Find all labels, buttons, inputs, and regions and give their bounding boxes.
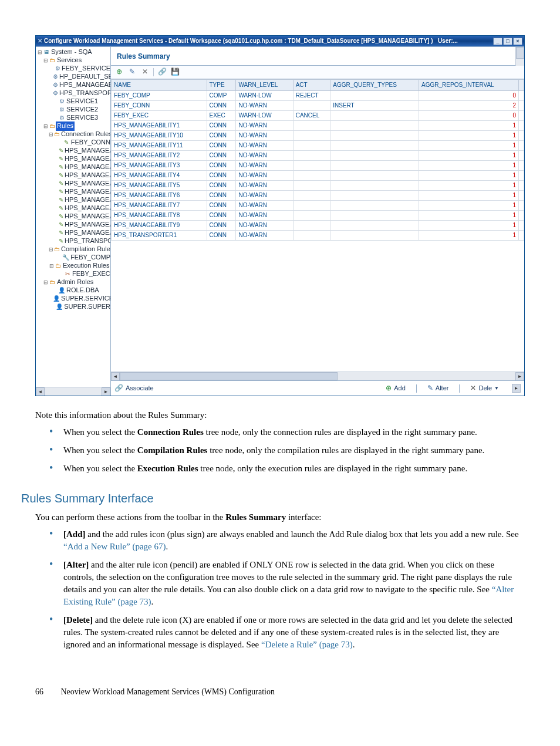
- tree-compilation-rules[interactable]: ⊟🗀Compilation Rules: [37, 245, 110, 254]
- tree-toggle-icon[interactable]: ⊟: [43, 58, 48, 63]
- table-row[interactable]: HPS_MANAGEABILITY10CONNNO-WARN1: [112, 130, 524, 140]
- grid-column-header[interactable]: AGGR_QUERY_TYPES: [330, 79, 419, 90]
- tree-role-item[interactable]: 👤ROLE.DBA: [37, 286, 110, 295]
- tree-h-scrollbar[interactable]: ◄ ►: [36, 387, 110, 396]
- minimize-button[interactable]: _: [493, 38, 502, 45]
- tree-execution-rules[interactable]: ⊟🗀Execution Rules: [37, 262, 110, 270]
- cell-act: CANCEL: [293, 110, 330, 120]
- table-row[interactable]: HPS_MANAGEABILITY3CONNNO-WARN1: [112, 160, 524, 170]
- grid-column-header[interactable]: WARN_LEVEL: [236, 79, 293, 90]
- tree-toggle-icon[interactable]: ⊟: [37, 50, 42, 55]
- tree-toggle-icon[interactable]: ⊟: [49, 132, 53, 137]
- maximize-button[interactable]: □: [503, 38, 512, 45]
- cell-warn: NO-WARN: [236, 180, 293, 190]
- link-icon: 🔗: [114, 383, 123, 393]
- table-row[interactable]: HPS_MANAGEABILITY7CONNNO-WARN1: [112, 200, 524, 210]
- tree-service-item[interactable]: ⚙SERVICE1: [37, 97, 110, 106]
- tree-rules[interactable]: ⊟🗀Rules: [37, 122, 110, 130]
- tree-conn-rule-item[interactable]: ✎HPS_MANAGEA: [37, 171, 110, 180]
- alter-rule-icon[interactable]: ✎: [127, 67, 137, 77]
- table-row[interactable]: HPS_MANAGEABILITY6CONNNO-WARN1: [112, 190, 524, 200]
- grid-column-header[interactable]: ACT: [293, 79, 330, 90]
- table-row[interactable]: HPS_MANAGEABILITY9CONNNO-WARN1: [112, 220, 524, 230]
- tree-conn-rule-item[interactable]: ✎FEBY_CONN: [37, 139, 110, 147]
- tree-service-item[interactable]: ⚙HP_DEFAULT_SERV: [37, 73, 110, 81]
- table-row[interactable]: HPS_MANAGEABILITY4CONNNO-WARN1: [112, 170, 524, 180]
- page-number: 66: [35, 686, 59, 698]
- tree-conn-rule-item[interactable]: ✎HPS_TRANSPO: [37, 237, 110, 245]
- tree-connection-rules[interactable]: ⊟🗀Connection Rules: [37, 130, 110, 139]
- tree-exec-rule-item[interactable]: ✂FEBY_EXEC: [37, 270, 110, 278]
- tree-conn-rule-item[interactable]: ✎HPS_MANAGEA: [37, 163, 110, 171]
- tree-toggle-icon[interactable]: ⊟: [49, 264, 54, 269]
- tree-conn-rule-item[interactable]: ✎HPS_MANAGEA: [37, 147, 110, 155]
- tree-service-item[interactable]: ⚙HPS_TRANSPORTE: [37, 89, 110, 97]
- cell-extra: [519, 110, 524, 120]
- tree-toggle-icon[interactable]: ⊟: [49, 247, 53, 252]
- tree-conn-rule-item[interactable]: ✎HPS_MANAGEA: [37, 229, 110, 237]
- note-item: When you select the Compilation Rules tr…: [49, 444, 525, 457]
- tree-services[interactable]: ⊟🗀Services: [37, 56, 110, 65]
- scroll-right-icon[interactable]: ►: [102, 387, 110, 396]
- tree-service-item[interactable]: ⚙SERVICE2: [37, 106, 110, 114]
- panel-v-scrollbar[interactable]: [515, 47, 524, 66]
- table-row[interactable]: HPS_MANAGEABILITY8CONNNO-WARN1: [112, 210, 524, 220]
- link-add-rule[interactable]: “Add a New Rule” (page 67): [63, 542, 166, 551]
- grid-column-header[interactable]: NAME: [112, 79, 207, 90]
- tree-service-item[interactable]: ⚙FEBY_SERVICE: [37, 65, 110, 73]
- tree-conn-rule-item[interactable]: ✎HPS_MANAGEA: [37, 180, 110, 188]
- tree-role-item[interactable]: 👤SUPER.SUPER: [37, 303, 110, 311]
- cell-name: HPS_MANAGEABILITY9: [112, 220, 207, 230]
- link-delete-rule[interactable]: “Delete a Rule” (page 73): [261, 640, 353, 649]
- cell-type: CONN: [207, 120, 236, 130]
- table-row[interactable]: FEBY_COMPCOMPWARN-LOWREJECT0: [112, 90, 524, 100]
- table-row[interactable]: FEBY_CONNCONNNO-WARNINSERT2: [112, 100, 524, 110]
- titlebar[interactable]: ✕ Configure Workload Management Services…: [36, 36, 524, 46]
- tree-conn-rule-item[interactable]: ✎HPS_MANAGEA: [37, 204, 110, 212]
- tree-root[interactable]: ⊟🖥System - SQA: [37, 48, 110, 56]
- table-row[interactable]: HPS_MANAGEABILITY11CONNNO-WARN1: [112, 140, 524, 150]
- add-rule-icon[interactable]: ⊕: [114, 67, 124, 77]
- tree-conn-rule-item[interactable]: ✎HPS_MANAGEA: [37, 155, 110, 163]
- grid-column-header[interactable]: [519, 79, 524, 90]
- table-row[interactable]: HPS_MANAGEABILITY5CONNNO-WARN1: [112, 180, 524, 190]
- tree-conn-rule-item[interactable]: ✎HPS_MANAGEA: [37, 221, 110, 229]
- cell-type: EXEC: [207, 110, 236, 120]
- tree-role-item[interactable]: 👤SUPER.SERVICES: [37, 295, 110, 303]
- tree-conn-rule-item[interactable]: ✎HPS_MANAGEA: [37, 212, 110, 221]
- tree-toggle-icon[interactable]: ⊟: [43, 280, 48, 285]
- scroll-left-icon[interactable]: ◄: [36, 387, 45, 396]
- table-row[interactable]: HPS_TRANSPORTER1CONNNO-WARN1: [112, 230, 524, 240]
- grid-column-header[interactable]: TYPE: [207, 79, 236, 90]
- tree-conn-rule-item[interactable]: ✎HPS_MANAGEA: [37, 188, 110, 196]
- save-icon[interactable]: 💾: [170, 67, 180, 77]
- associate-icon[interactable]: 🔗: [157, 67, 167, 77]
- tree-toggle-icon[interactable]: ⊟: [43, 124, 48, 129]
- tree-service-item[interactable]: ⚙SERVICE3: [37, 114, 110, 122]
- table-row[interactable]: HPS_MANAGEABILITY1CONNNO-WARN1: [112, 120, 524, 130]
- table-row[interactable]: FEBY_EXECEXECWARN-LOWCANCEL0: [112, 110, 524, 120]
- tree-item-icon: 🗀: [49, 278, 56, 286]
- close-button[interactable]: ×: [513, 38, 522, 45]
- cell-warn: NO-WARN: [236, 150, 293, 160]
- cell-act: [293, 130, 330, 140]
- tree-service-item[interactable]: ⚙HPS_MANAGEABIL: [37, 81, 110, 89]
- rules-grid[interactable]: NAMETYPEWARN_LEVELACTAGGR_QUERY_TYPESAGG…: [111, 79, 524, 372]
- cell-name: HPS_MANAGEABILITY2: [112, 150, 207, 160]
- grid-h-scrollbar[interactable]: ◄ ►: [111, 372, 524, 380]
- navigation-tree[interactable]: ⊟🖥System - SQA⊟🗀Services⚙FEBY_SERVICE⚙HP…: [36, 46, 111, 396]
- scroll-right-icon[interactable]: ►: [515, 372, 524, 381]
- alter-button[interactable]: ✎Alter: [427, 383, 449, 393]
- tree-conn-rule-item[interactable]: ✎HPS_MANAGEA: [37, 196, 110, 204]
- scroll-right-icon[interactable]: ►: [512, 384, 521, 393]
- grid-column-header[interactable]: AGGR_REPOS_INTERVAL: [419, 79, 519, 90]
- delete-rule-icon[interactable]: ✕: [140, 67, 150, 77]
- tree-item-icon: 👤: [53, 295, 60, 303]
- add-button[interactable]: ⊕Add: [386, 383, 406, 393]
- table-row[interactable]: HPS_MANAGEABILITY2CONNNO-WARN1: [112, 150, 524, 160]
- tree-admin-roles[interactable]: ⊟🗀Admin Roles: [37, 278, 110, 286]
- delete-button[interactable]: ✕Dele▼: [470, 383, 499, 393]
- tree-comp-rule-item[interactable]: 🔧FEBY_COMP: [37, 254, 110, 262]
- scroll-left-icon[interactable]: ◄: [111, 372, 120, 381]
- associate-button[interactable]: 🔗Associate: [114, 383, 154, 393]
